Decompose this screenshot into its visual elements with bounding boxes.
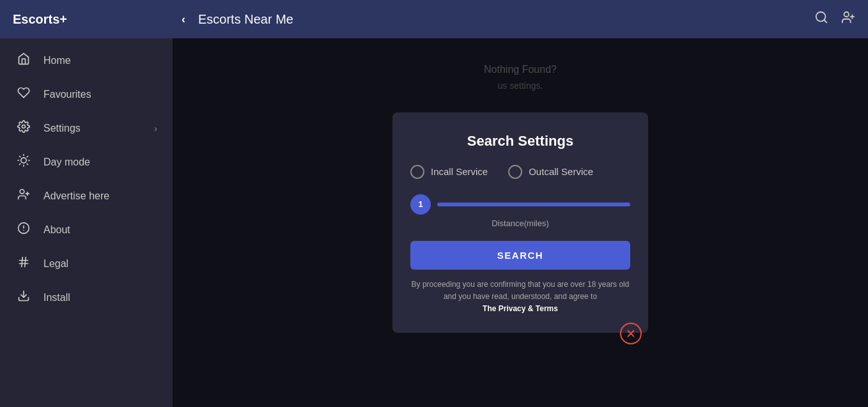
svg-point-6 [21, 158, 26, 163]
modal-title: Search Settings [410, 133, 630, 150]
sidebar-item-label: Settings [43, 123, 143, 134]
svg-line-14 [27, 157, 27, 157]
info-icon [15, 222, 32, 238]
sidebar: Home Favourites Settings › [0, 38, 173, 407]
sidebar-item-legal[interactable]: Legal [0, 247, 173, 280]
add-user-icon[interactable] [841, 10, 855, 28]
search-icon[interactable] [814, 10, 828, 28]
sidebar-item-label: Home [43, 55, 157, 66]
svg-line-1 [824, 20, 826, 22]
sidebar-item-label: Install [43, 292, 157, 303]
heart-icon [15, 86, 32, 102]
outcall-radio[interactable] [508, 165, 522, 179]
home-icon [15, 52, 32, 68]
chevron-right-icon: › [154, 123, 157, 134]
sidebar-item-label: Legal [43, 258, 157, 270]
legal-icon [15, 256, 32, 272]
sidebar-item-home[interactable]: Home [0, 43, 173, 77]
sidebar-item-label: Day mode [43, 157, 157, 168]
incall-radio[interactable] [410, 165, 424, 179]
svg-line-24 [25, 257, 26, 267]
search-button[interactable]: SEARCH [410, 241, 630, 270]
slider-track[interactable] [437, 203, 630, 206]
incall-label: Incall Service [431, 166, 488, 177]
svg-line-13 [20, 164, 20, 164]
privacy-link[interactable]: The Privacy & Terms [483, 304, 558, 313]
outcall-option[interactable]: Outcall Service [508, 165, 593, 179]
advertise-icon [15, 188, 32, 204]
outcall-label: Outcall Service [529, 166, 593, 177]
disclaimer-text: By proceeding you are confirming that yo… [410, 279, 630, 316]
sidebar-item-settings[interactable]: Settings › [0, 111, 173, 145]
brand-area: Escorts+ ‹ [13, 12, 185, 27]
sidebar-item-advertise[interactable]: Advertise here [0, 179, 173, 213]
svg-line-10 [27, 164, 27, 164]
svg-point-2 [844, 12, 849, 17]
sun-icon [15, 154, 32, 170]
sidebar-item-label: Advertise here [43, 190, 157, 202]
distance-slider-container: 1 Distance(miles) [410, 194, 630, 228]
settings-icon [15, 120, 32, 136]
sidebar-item-favourites[interactable]: Favourites [0, 77, 173, 111]
sidebar-item-day-mode[interactable]: Day mode [0, 145, 173, 179]
sidebar-item-label: Favourites [43, 89, 157, 100]
svg-point-5 [22, 125, 26, 128]
search-settings-modal: Search Settings Incall Service Outcall S… [392, 112, 648, 334]
slider-value: 1 [410, 194, 431, 215]
svg-point-15 [20, 190, 24, 194]
close-button[interactable] [620, 323, 642, 344]
page-title: Escorts Near Me [185, 12, 814, 27]
sidebar-item-about[interactable]: About [0, 213, 173, 247]
sidebar-item-install[interactable]: Install [0, 280, 173, 314]
main-layout: Home Favourites Settings › [0, 38, 868, 407]
slider-label: Distance(miles) [410, 219, 630, 228]
topbar: Escorts+ ‹ Escorts Near Me [0, 0, 868, 38]
incall-option[interactable]: Incall Service [410, 165, 488, 179]
brand-name: Escorts+ [13, 12, 67, 27]
slider-track-wrap: 1 [410, 194, 630, 215]
topbar-actions [814, 10, 855, 28]
svg-line-23 [22, 257, 23, 267]
content-area: Nothing Found? us settings. Search Setti… [173, 38, 868, 407]
svg-line-9 [20, 157, 20, 157]
disclaimer-body: By proceeding you are confirming that yo… [412, 280, 630, 301]
sidebar-item-label: About [43, 224, 157, 236]
modal-overlay: Search Settings Incall Service Outcall S… [173, 38, 868, 407]
install-icon [15, 289, 32, 305]
service-type-group: Incall Service Outcall Service [410, 165, 630, 179]
